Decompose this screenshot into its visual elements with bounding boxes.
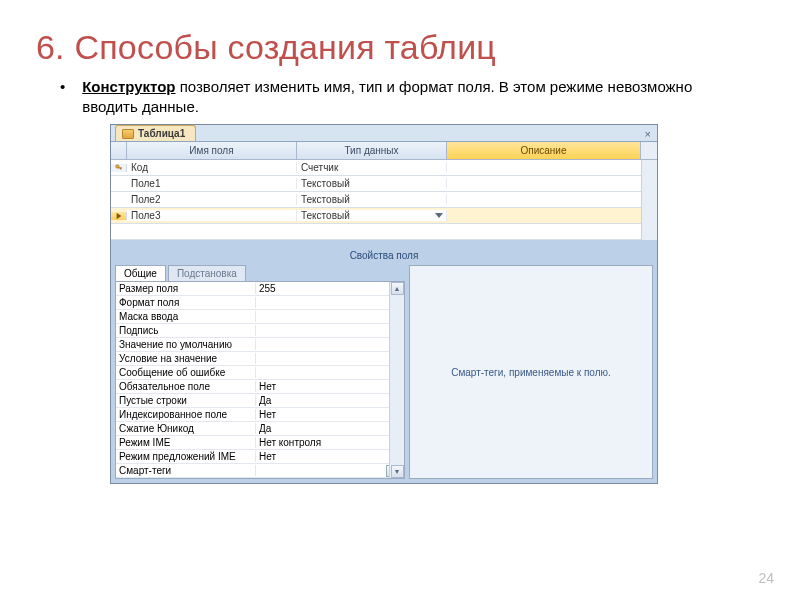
vertical-scrollbar[interactable]: ▲ ▼ (389, 282, 404, 478)
table-row[interactable] (111, 224, 641, 240)
table-row[interactable]: Код Счетчик (111, 160, 641, 176)
spacer (111, 240, 657, 248)
cell-field-name[interactable]: Поле2 (127, 194, 297, 205)
access-designer-window: Таблица1 × Имя поля Тип данных Описание … (110, 124, 658, 484)
table-icon (122, 129, 134, 139)
property-name: Условие на значение (116, 353, 256, 364)
grid-header: Имя поля Тип данных Описание (111, 142, 657, 160)
property-row[interactable]: Значение по умолчанию (116, 338, 404, 352)
properties-tabs: Общие Подстановка (115, 265, 405, 281)
property-name: Значение по умолчанию (116, 339, 256, 350)
property-value[interactable]: Да (256, 395, 404, 406)
property-name: Смарт-теги (116, 465, 256, 476)
chevron-down-icon[interactable] (435, 213, 443, 218)
field-properties-label: Свойства поля (111, 248, 657, 265)
cell-data-type[interactable]: Текстовый (297, 194, 447, 205)
help-text: Смарт-теги, применяемые к полю. (451, 367, 611, 378)
cell-field-name[interactable]: Поле3 (127, 210, 297, 221)
bullet-paragraph: • Конструктор позволяет изменить имя, ти… (0, 77, 800, 122)
table-row[interactable]: Поле2 Текстовый (111, 192, 641, 208)
document-tab-bar: Таблица1 × (111, 125, 657, 142)
property-row[interactable]: Маска ввода (116, 310, 404, 324)
tab-general[interactable]: Общие (115, 265, 166, 281)
property-value[interactable]: 255 (256, 283, 404, 294)
property-name: Индексированное поле (116, 409, 256, 420)
col-field-name[interactable]: Имя поля (127, 142, 297, 159)
cell-field-name[interactable]: Поле1 (127, 178, 297, 189)
property-row[interactable]: Пустые строкиДа (116, 394, 404, 408)
cell-data-type[interactable]: Текстовый (297, 210, 447, 221)
property-value[interactable]: Да (256, 423, 404, 434)
field-properties-pane: Общие Подстановка Размер поля255Формат п… (111, 265, 657, 483)
tab-table1[interactable]: Таблица1 (115, 125, 196, 141)
field-grid: Имя поля Тип данных Описание Код Счетчик… (111, 142, 657, 240)
property-name: Режим IME (116, 437, 256, 448)
current-row-icon (115, 212, 123, 220)
vertical-scrollbar[interactable] (641, 160, 657, 240)
col-data-type[interactable]: Тип данных (297, 142, 447, 159)
svg-marker-3 (116, 212, 121, 218)
scroll-up-icon[interactable]: ▲ (391, 282, 404, 295)
property-row[interactable]: Режим IMEНет контроля (116, 436, 404, 450)
property-name: Обязательное поле (116, 381, 256, 392)
cell-data-type[interactable]: Текстовый (297, 178, 447, 189)
close-icon[interactable]: × (645, 128, 651, 140)
scrollbar-spacer (641, 142, 657, 159)
property-row[interactable]: Формат поля (116, 296, 404, 310)
grid-rows: Код Счетчик Поле1 Текстовый Поле2 Тексто… (111, 160, 641, 240)
property-row[interactable]: Режим предложений IMEНет (116, 450, 404, 464)
svg-rect-2 (120, 168, 121, 170)
property-value[interactable]: Нет (256, 451, 404, 462)
slide-number: 24 (758, 570, 774, 586)
row-selector-header (111, 142, 127, 159)
property-name: Пустые строки (116, 395, 256, 406)
property-value[interactable]: Нет контроля (256, 437, 404, 448)
help-panel: Смарт-теги, применяемые к полю. (409, 265, 653, 479)
properties-left-panel: Общие Подстановка Размер поля255Формат п… (115, 265, 405, 479)
slide-title: 6. Способы создания таблиц (0, 0, 800, 77)
tab-lookup[interactable]: Подстановка (168, 265, 246, 281)
property-value[interactable]: Нет (256, 381, 404, 392)
tab-label: Таблица1 (138, 128, 185, 139)
property-name: Подпись (116, 325, 256, 336)
property-row[interactable]: Смарт-теги... (116, 464, 404, 478)
bullet-text: Конструктор позволяет изменить имя, тип … (82, 77, 722, 116)
row-selector[interactable] (111, 212, 127, 220)
property-row[interactable]: Обязательное полеНет (116, 380, 404, 394)
property-row[interactable]: Подпись (116, 324, 404, 338)
property-value[interactable]: Нет (256, 409, 404, 420)
property-name: Формат поля (116, 297, 256, 308)
properties-table: Размер поля255Формат поляМаска вводаПодп… (115, 281, 405, 479)
property-name: Размер поля (116, 283, 256, 294)
table-row[interactable]: Поле1 Текстовый (111, 176, 641, 192)
property-row[interactable]: Условие на значение (116, 352, 404, 366)
row-selector[interactable] (111, 164, 127, 172)
property-value[interactable]: ... (256, 465, 404, 477)
property-name: Режим предложений IME (116, 451, 256, 462)
cell-data-type[interactable]: Счетчик (297, 162, 447, 173)
property-row[interactable]: Сжатие ЮникодДа (116, 422, 404, 436)
bullet-marker: • (60, 77, 78, 97)
cell-field-name[interactable]: Код (127, 162, 297, 173)
key-icon (115, 164, 123, 172)
bullet-lead: Конструктор (82, 78, 175, 95)
table-row[interactable]: Поле3 Текстовый (111, 208, 641, 224)
scroll-down-icon[interactable]: ▼ (391, 465, 404, 478)
property-name: Маска ввода (116, 311, 256, 322)
col-description[interactable]: Описание (447, 142, 641, 159)
property-row[interactable]: Индексированное полеНет (116, 408, 404, 422)
property-name: Сжатие Юникод (116, 423, 256, 434)
property-row[interactable]: Сообщение об ошибке (116, 366, 404, 380)
property-row[interactable]: Размер поля255 (116, 282, 404, 296)
property-name: Сообщение об ошибке (116, 367, 256, 378)
